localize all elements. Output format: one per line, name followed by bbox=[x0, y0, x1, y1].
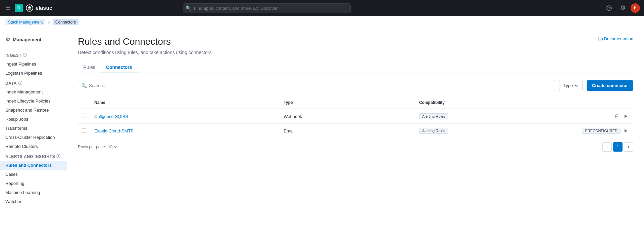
sidebar-item-index-management[interactable]: Index Management bbox=[0, 87, 67, 96]
rows-per-page-label: Rows per page: bbox=[78, 145, 106, 149]
sidebar-item-reporting[interactable]: Reporting bbox=[0, 179, 67, 188]
column-header-actions bbox=[578, 96, 634, 109]
rows-per-page: Rows per page: 10 bbox=[78, 145, 117, 149]
page-header: Rules and Connectors Detect conditions u… bbox=[78, 36, 633, 62]
nav-right-actions: ? h bbox=[604, 3, 640, 13]
search-icon: 🔍 bbox=[81, 83, 87, 88]
column-header-name: Name bbox=[90, 96, 280, 109]
tab-rules[interactable]: Rules bbox=[78, 62, 101, 73]
compatibility-badge-1: Alerting Rules bbox=[419, 113, 448, 119]
breadcrumb-parent-link[interactable]: Stack Management bbox=[5, 19, 45, 25]
gear-icon: ⚙ bbox=[5, 36, 10, 43]
sidebar-item-ml[interactable]: Machine Learning bbox=[0, 188, 67, 197]
page-subtitle: Detect conditions using rules, and take … bbox=[78, 50, 213, 55]
search-icon: 🔍 bbox=[186, 5, 191, 11]
breadcrumb: Stack Management › Connectors bbox=[0, 16, 644, 28]
pagination-bar: Rows per page: 10 ‹ 1 › bbox=[78, 142, 633, 152]
row-checkbox-2[interactable] bbox=[82, 128, 86, 132]
svg-text:?: ? bbox=[608, 7, 610, 10]
create-connector-button[interactable]: Create connector bbox=[587, 80, 633, 91]
global-search-input[interactable] bbox=[183, 3, 351, 13]
page-navigation: ‹ 1 › bbox=[602, 142, 633, 152]
nav-settings-button[interactable] bbox=[617, 3, 628, 13]
table-row: Callgoose SQIBS Webhook Alerting Rules bbox=[78, 109, 633, 124]
sidebar-item-ilm[interactable]: Index Lifecycle Policies bbox=[0, 96, 67, 106]
compatibility-badge-2: Alerting Rules bbox=[419, 128, 448, 134]
elastic-logo: elastic bbox=[26, 4, 52, 12]
svg-point-1 bbox=[28, 6, 31, 8]
table-header: Name Type Compatibility bbox=[78, 96, 633, 109]
sidebar-item-cases[interactable]: Cases bbox=[0, 170, 67, 179]
breadcrumb-separator: › bbox=[48, 19, 50, 25]
sidebar-section-ingest: Ingest ⓘ bbox=[0, 50, 67, 60]
type-filter-dropdown[interactable]: Type bbox=[559, 80, 583, 91]
table-controls: 🔍 Type Create connector bbox=[78, 80, 633, 91]
select-all-checkbox[interactable] bbox=[82, 100, 86, 104]
breadcrumb-current: Connectors bbox=[53, 19, 79, 25]
connectors-table: Name Type Compatibility Callgoose SQIBS … bbox=[78, 96, 633, 138]
table-body: Callgoose SQIBS Webhook Alerting Rules bbox=[78, 109, 633, 138]
svg-text:i: i bbox=[600, 38, 601, 41]
main-content: Rules and Connectors Detect conditions u… bbox=[67, 28, 644, 237]
info-icon: ⓘ bbox=[23, 52, 27, 58]
management-title: Management bbox=[13, 37, 42, 42]
sidebar-item-snapshot[interactable]: Snapshot and Restore bbox=[0, 106, 67, 115]
row-checkbox-1[interactable] bbox=[82, 114, 86, 118]
delete-connector-button-1[interactable] bbox=[613, 113, 621, 120]
project-badge: D bbox=[15, 4, 23, 12]
breadcrumb-item: Stack Management › Connectors bbox=[5, 19, 79, 25]
row-actions-2: PRECONFIGURED bbox=[582, 127, 630, 134]
column-header-compatibility: Compatibility bbox=[415, 96, 578, 109]
search-input[interactable] bbox=[78, 80, 555, 91]
svg-marker-7 bbox=[625, 115, 627, 118]
tab-connectors[interactable]: Connectors bbox=[101, 62, 138, 73]
sidebar-item-ingest-pipelines[interactable]: Ingest Pipelines bbox=[0, 60, 67, 69]
connector-type-2: Email bbox=[280, 124, 415, 138]
app-layout: ⚙ Management Ingest ⓘ Ingest Pipelines L… bbox=[0, 28, 644, 237]
global-search: 🔍 bbox=[183, 3, 351, 13]
connector-name-link-1[interactable]: Callgoose SQIBS bbox=[94, 114, 128, 119]
sidebar-item-ccr[interactable]: Cross-Cluster Replication bbox=[0, 133, 67, 142]
connector-name-link-2[interactable]: Elastic-Cloud-SMTP bbox=[94, 128, 134, 133]
run-connector-button-1[interactable] bbox=[622, 113, 629, 120]
sidebar-item-remote-clusters[interactable]: Remote Clusters bbox=[0, 142, 67, 151]
logo-text: elastic bbox=[36, 5, 52, 11]
page-1-button[interactable]: 1 bbox=[613, 142, 623, 152]
next-page-button[interactable]: › bbox=[624, 142, 633, 152]
rows-per-page-value: 10 bbox=[108, 145, 112, 149]
user-avatar[interactable]: h bbox=[631, 3, 640, 13]
nav-help-button[interactable]: ? bbox=[604, 3, 614, 13]
management-header: ⚙ Management bbox=[0, 34, 67, 47]
info-icon-alerts: ⓘ bbox=[56, 154, 61, 159]
column-header-type: Type bbox=[280, 96, 415, 109]
svg-marker-8 bbox=[625, 129, 627, 132]
row-actions-1 bbox=[582, 113, 630, 120]
chevron-down-icon-pagination bbox=[114, 145, 117, 149]
top-navigation: ☰ D elastic 🔍 ? h bbox=[0, 0, 644, 16]
sidebar-item-logstash-pipelines[interactable]: Logstash Pipelines bbox=[0, 69, 67, 78]
page-title: Rules and Connectors bbox=[78, 36, 213, 47]
sidebar-item-rollup[interactable]: Rollup Jobs bbox=[0, 115, 67, 124]
info-icon-data: ⓘ bbox=[18, 80, 22, 86]
sidebar-item-rules-connectors[interactable]: Rules and Connectors bbox=[0, 161, 67, 170]
chevron-down-icon bbox=[574, 84, 578, 88]
sidebar-section-data: Data ⓘ bbox=[0, 78, 67, 87]
sidebar-item-transforms[interactable]: Transforms bbox=[0, 124, 67, 133]
documentation-link[interactable]: i Documentation bbox=[598, 36, 633, 41]
tabs: Rules Connectors bbox=[78, 62, 633, 73]
hamburger-button[interactable]: ☰ bbox=[4, 3, 12, 13]
sidebar-section-alerts: Alerts and Insights ⓘ bbox=[0, 151, 67, 161]
rows-per-page-select[interactable]: 10 bbox=[108, 145, 117, 149]
sidebar-item-watcher[interactable]: Watcher bbox=[0, 197, 67, 206]
run-connector-button-2[interactable] bbox=[622, 127, 629, 134]
table-row: Elastic-Cloud-SMTP Email Alerting Rules … bbox=[78, 124, 633, 138]
search-box: 🔍 bbox=[78, 80, 555, 91]
connector-type-1: Webhook bbox=[280, 109, 415, 124]
svg-point-2 bbox=[28, 8, 32, 10]
sidebar: ⚙ Management Ingest ⓘ Ingest Pipelines L… bbox=[0, 28, 67, 237]
documentation-icon: i bbox=[598, 37, 603, 41]
preconfigured-badge-2: PRECONFIGURED bbox=[582, 128, 621, 134]
prev-page-button[interactable]: ‹ bbox=[602, 142, 612, 152]
